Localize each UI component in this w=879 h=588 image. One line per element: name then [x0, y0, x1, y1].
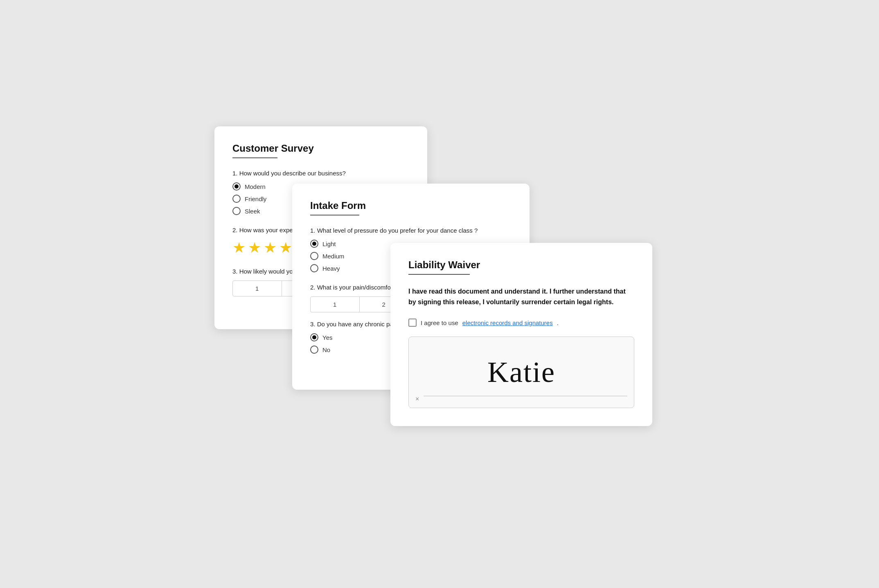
survey-scale-1[interactable]: 1: [233, 281, 282, 296]
waiver-title: Liability Waiver: [408, 259, 634, 271]
intake-option-medium-label: Medium: [322, 253, 344, 260]
waiver-body-text: I have read this document and understand…: [408, 286, 634, 307]
waiver-title-divider: [408, 274, 470, 275]
liability-waiver-card: Liability Waiver I have read this docume…: [390, 243, 652, 426]
star-3[interactable]: ★: [264, 239, 277, 256]
survey-radio-sleek[interactable]: [232, 207, 241, 215]
intake-radio-no[interactable]: [310, 346, 318, 354]
signature-clear-icon[interactable]: ×: [415, 395, 419, 403]
survey-option-sleek-label: Sleek: [245, 208, 260, 215]
star-2[interactable]: ★: [248, 239, 261, 256]
intake-option-heavy-label: Heavy: [322, 265, 340, 272]
survey-q1-label: 1. How would you describe our business?: [232, 170, 409, 177]
agree-suffix: .: [557, 319, 559, 326]
intake-title-divider: [310, 215, 359, 215]
intake-option-no-label: No: [322, 346, 330, 353]
survey-title-divider: [232, 157, 277, 158]
agree-prefix: I agree to use: [421, 319, 458, 326]
signature-box[interactable]: Katie ×: [408, 337, 634, 408]
intake-option-light-label: Light: [322, 240, 336, 247]
star-1[interactable]: ★: [232, 239, 246, 256]
intake-scale-1[interactable]: 1: [311, 297, 360, 312]
intake-title: Intake Form: [310, 200, 512, 211]
intake-radio-yes[interactable]: [310, 333, 318, 341]
intake-radio-heavy[interactable]: [310, 264, 318, 272]
signature-text: Katie: [487, 355, 555, 389]
star-4[interactable]: ★: [279, 239, 292, 256]
survey-option-modern-label: Modern: [245, 183, 266, 190]
survey-radio-modern[interactable]: [232, 182, 241, 191]
agree-row[interactable]: I agree to use electronic records and si…: [408, 319, 634, 327]
survey-radio-friendly[interactable]: [232, 195, 241, 203]
intake-q1-label: 1. What level of pressure do you prefer …: [310, 227, 512, 234]
intake-option-yes-label: Yes: [322, 334, 332, 341]
survey-title: Customer Survey: [232, 143, 409, 154]
signature-line: [424, 396, 627, 396]
intake-radio-medium[interactable]: [310, 252, 318, 260]
survey-option-friendly-label: Friendly: [245, 195, 266, 202]
agree-link[interactable]: electronic records and signatures: [462, 319, 553, 326]
intake-radio-light[interactable]: [310, 240, 318, 248]
agree-checkbox[interactable]: [408, 319, 417, 327]
